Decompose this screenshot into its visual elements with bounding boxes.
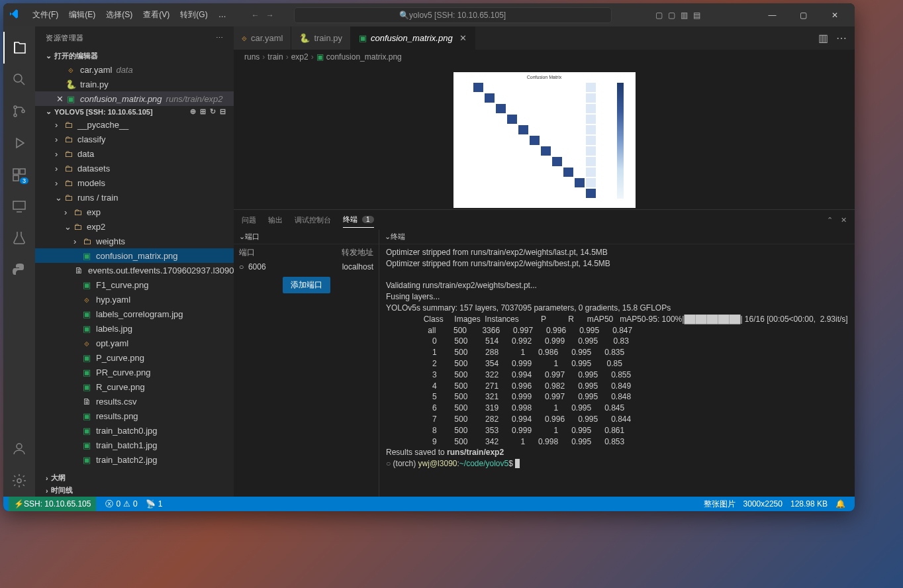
remote-status[interactable]: ⚡ SSH: 10.10.65.105 [9, 497, 96, 511]
close-icon[interactable]: ✕ [56, 94, 66, 104]
split-editor-icon[interactable]: ▥ [818, 32, 828, 44]
open-editors-section[interactable]: ⌄ 打开的编辑器 [35, 50, 234, 62]
chevron-icon: › [73, 236, 81, 246]
image-preview[interactable]: Confusion Matrix [234, 64, 855, 209]
maximize-button[interactable]: ▢ [788, 5, 818, 25]
problems-tab[interactable]: 问题 [242, 213, 256, 228]
file-item[interactable]: ▣confusion_matrix.png [35, 248, 234, 263]
folder-item[interactable]: ›🗀__pycache__ [35, 117, 234, 132]
breadcrumb-item[interactable]: exp2 [291, 52, 309, 62]
file-item[interactable]: ▣F1_curve.png [35, 277, 234, 292]
new-folder-icon[interactable]: ⊞ [200, 107, 206, 116]
open-editor-item[interactable]: 🐍train.py [35, 77, 234, 91]
debug-icon[interactable] [3, 127, 35, 159]
terminal-header[interactable]: ⌄ 终端 [379, 230, 855, 244]
menu-item[interactable]: 选择(S) [101, 10, 138, 19]
folder-item[interactable]: ›🗀data [35, 146, 234, 161]
file-item[interactable]: ▣results.png [35, 409, 234, 423]
close-button[interactable]: ✕ [820, 5, 849, 25]
folder-item[interactable]: ›🗀classify [35, 132, 234, 146]
menu-item[interactable]: 转到(G) [175, 10, 213, 19]
remote-explorer-icon[interactable] [3, 191, 35, 222]
colorbar [617, 83, 624, 199]
search-nav-icon[interactable] [3, 64, 35, 95]
testing-icon[interactable] [3, 222, 35, 254]
extensions-icon[interactable]: 3 [3, 159, 35, 191]
terminal-tab[interactable]: 终端 1 [343, 212, 374, 228]
layout-icon-2[interactable]: ▢ [668, 11, 675, 20]
folder-item[interactable]: ⌄🗀runs / train [35, 190, 234, 205]
debug-console-tab[interactable]: 调试控制台 [295, 213, 331, 228]
terminal-output[interactable]: Optimizer stripped from runs/train/exp2/… [379, 244, 855, 497]
workspace-section[interactable]: ⌄ YOLOV5 [SSH: 10.10.65.105] ⊕ ⊞ ↻ ⊟ [35, 106, 234, 117]
close-tab-icon[interactable]: ✕ [459, 33, 467, 43]
folder-item[interactable]: ›🗀exp [35, 205, 234, 219]
layout-controls: ▢ ▢ ▥ ▤ [655, 11, 700, 20]
file-item[interactable]: ▣labels.jpg [35, 321, 234, 336]
editor-tab[interactable]: 🐍train.py [291, 26, 351, 50]
breadcrumb[interactable]: runs› train› exp2› ▣ confusion_matrix.pn… [234, 50, 855, 64]
open-editor-item[interactable]: ✕▣confusion_matrix.pngruns/train/exp2 [35, 91, 234, 106]
add-port-button[interactable]: 添加端口 [283, 277, 330, 293]
errors-warnings[interactable]: ⓧ0 ⚠0 [101, 499, 141, 510]
refresh-icon[interactable]: ↻ [210, 107, 216, 116]
notifications-icon[interactable]: 🔔 [832, 499, 849, 510]
folder-item[interactable]: ›🗀datasets [35, 161, 234, 175]
file-item[interactable]: 🗎results.csv [35, 394, 234, 409]
file-item[interactable]: ▣train_batch0.jpg [35, 423, 234, 438]
file-item[interactable]: ▣PR_curve.png [35, 365, 234, 379]
menu-item[interactable]: 查看(V) [138, 10, 175, 19]
image-mode[interactable]: 整张图片 [700, 499, 739, 510]
folder-item[interactable]: ⌄🗀exp2 [35, 219, 234, 234]
python-env-icon[interactable] [3, 254, 35, 286]
file-item[interactable]: 🗎events.out.tfevents.1709602937.l3090... [35, 263, 234, 277]
maximize-panel-icon[interactable]: ⌃ [827, 216, 833, 224]
menu-item[interactable]: 文件(F) [27, 10, 64, 19]
window-controls: — ▢ ✕ [757, 5, 849, 25]
file-item[interactable]: ▣R_curve.png [35, 379, 234, 394]
file-item[interactable]: ▣train_batch2.jpg [35, 452, 234, 467]
folder-item[interactable]: ›🗀weights [35, 234, 234, 248]
file-item[interactable]: ⟐opt.yaml [35, 336, 234, 350]
collapse-all-icon[interactable]: ⊟ [220, 107, 226, 116]
port-row[interactable]: ○ 6006 localhost [239, 262, 373, 271]
svg-point-1 [14, 106, 17, 109]
ports-status[interactable]: 📡1 [142, 499, 167, 509]
timeline-section[interactable]: › 时间线 [35, 484, 234, 497]
yaml-icon: ⟐ [66, 64, 76, 75]
open-editor-item[interactable]: ⟐car.yamldata [35, 62, 234, 77]
breadcrumb-item[interactable]: train [267, 52, 283, 62]
menu-item[interactable]: … [213, 10, 232, 19]
nav-forward-icon[interactable]: → [266, 11, 274, 20]
minimize-button[interactable]: — [757, 5, 787, 25]
file-item[interactable]: ▣labels_correlogram.jpg [35, 307, 234, 321]
editor-tab[interactable]: ⟐car.yaml [234, 26, 291, 50]
layout-icon-3[interactable]: ▥ [681, 11, 688, 20]
command-center-search[interactable]: 🔍 yolov5 [SSH: 10.10.65.105] [294, 7, 612, 23]
ports-header[interactable]: ⌄ 端口 [234, 230, 379, 244]
more-icon[interactable]: ⋯ [216, 34, 224, 42]
more-actions-icon[interactable]: ⋯ [836, 32, 847, 44]
file-item[interactable]: ▣P_curve.png [35, 350, 234, 365]
search-text: yolov5 [SSH: 10.10.65.105] [409, 11, 506, 20]
scm-icon[interactable] [3, 95, 35, 127]
editor-tab[interactable]: ▣confusion_matrix.png✕ [351, 26, 475, 50]
breadcrumb-item[interactable]: runs [244, 52, 260, 62]
nav-back-icon[interactable]: ← [252, 11, 260, 20]
fwd-col-header: 转发地址 [342, 247, 373, 258]
account-icon[interactable] [3, 433, 35, 465]
settings-icon[interactable] [3, 465, 35, 497]
file-item[interactable]: ⟐hyp.yaml [35, 292, 234, 307]
explorer-icon[interactable] [3, 32, 35, 64]
layout-icon-1[interactable]: ▢ [655, 11, 663, 20]
new-file-icon[interactable]: ⊕ [190, 107, 196, 116]
close-panel-icon[interactable]: ✕ [841, 216, 847, 224]
menu-item[interactable]: 编辑(E) [64, 10, 101, 19]
workspace-actions: ⊕ ⊞ ↻ ⊟ [190, 107, 231, 116]
file-item[interactable]: ▣train_batch1.jpg [35, 438, 234, 452]
folder-item[interactable]: ›🗀models [35, 175, 234, 190]
breadcrumb-item[interactable]: confusion_matrix.png [326, 52, 402, 62]
output-tab[interactable]: 输出 [268, 213, 283, 228]
layout-icon-4[interactable]: ▤ [693, 11, 700, 20]
outline-section[interactable]: › 大纲 [35, 471, 234, 484]
